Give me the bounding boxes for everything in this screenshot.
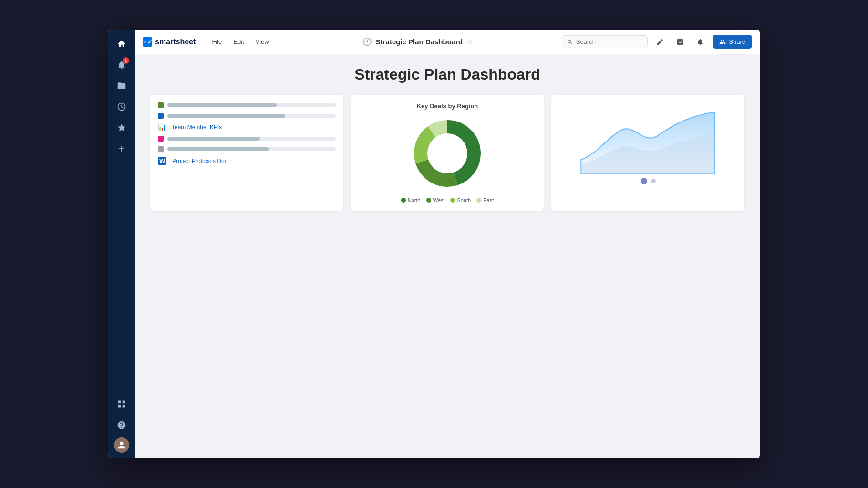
sidebar-help-icon[interactable] (113, 417, 130, 434)
title-icon: 🕐 (362, 37, 372, 46)
panel-bar-container (167, 114, 336, 118)
legend-label-south: South (457, 197, 471, 203)
svg-point-4 (427, 133, 467, 173)
notify-icon[interactable] (692, 34, 708, 50)
panel-link-row-1[interactable]: 📊 Team Member KPIs (158, 123, 336, 131)
dashboard: Strategic Plan Dashboard (135, 54, 760, 458)
color-indicator (158, 146, 164, 152)
kpi-link[interactable]: Team Member KPIs (172, 124, 222, 131)
legend-west: West (426, 197, 445, 203)
topbar: smartsheet File Edit View 🕐 Strategic Pl… (135, 30, 760, 54)
panel-link-row-2[interactable]: W Project Protocols Doc (158, 157, 336, 165)
share-button[interactable]: Share (713, 35, 752, 49)
donut-chart-container (359, 115, 537, 192)
panel-bar (167, 147, 269, 151)
area-chart-container (559, 102, 737, 174)
legend-north: North (401, 197, 421, 203)
search-box[interactable] (562, 35, 648, 48)
panel-row-2 (158, 113, 336, 119)
panel-bar (167, 137, 260, 141)
donut-chart-title: Key Deals by Region (359, 102, 537, 110)
protocols-link[interactable]: Project Protocols Doc (172, 158, 227, 164)
topbar-menu: File Edit View (207, 35, 273, 48)
search-icon (567, 39, 573, 45)
panel-bar-container (167, 147, 336, 151)
donut-legend: North West South East (359, 197, 537, 203)
legend-east: East (476, 197, 494, 203)
present-icon[interactable] (672, 34, 688, 50)
legend-label-east: East (483, 197, 494, 203)
legend-dot-north (401, 198, 406, 203)
area-chart-card (551, 95, 744, 211)
sidebar-star-icon[interactable] (113, 119, 130, 136)
search-input[interactable] (576, 38, 643, 45)
menu-file[interactable]: File (207, 35, 227, 48)
favorite-star[interactable]: ☆ (466, 37, 473, 46)
notification-badge: 1 (123, 57, 129, 64)
legend-label-west: West (433, 197, 445, 203)
right-column (551, 95, 744, 211)
top-grid: 📊 Team Member KPIs (150, 95, 744, 211)
sidebar-bell-icon[interactable]: 1 (113, 56, 130, 73)
sidebar-plus-icon[interactable] (113, 140, 130, 157)
share-label: Share (729, 38, 745, 45)
panel-row-1 (158, 102, 336, 108)
page-title: Strategic Plan Dashboard (150, 66, 744, 83)
legend-dot-west (426, 198, 431, 203)
logo-icon (143, 37, 152, 47)
menu-edit[interactable]: Edit (228, 35, 248, 48)
logo-text: smartsheet (155, 38, 196, 46)
panel-row-4 (158, 146, 336, 152)
topbar-center: 🕐 Strategic Plan Dashboard ☆ (274, 37, 562, 46)
panel-bar-container (167, 103, 336, 107)
sidebar-home-icon[interactable] (113, 35, 130, 52)
sidebar-grid-icon[interactable] (113, 396, 130, 413)
panel-bar (167, 103, 277, 107)
panel-bar (167, 114, 285, 118)
legend-label-north: North (408, 197, 421, 203)
word-icon: W (158, 157, 166, 165)
donut-chart-card: Key Deals by Region (351, 95, 544, 211)
edit-icon[interactable] (652, 34, 668, 50)
main-content: smartsheet File Edit View 🕐 Strategic Pl… (135, 30, 760, 458)
sidebar-folder-icon[interactable] (113, 77, 130, 94)
color-indicator (158, 136, 164, 142)
logo: smartsheet (143, 37, 196, 47)
user-avatar[interactable] (114, 437, 129, 453)
app-window: 1 smart (108, 30, 760, 458)
dashboard-title-topbar: Strategic Plan Dashboard (376, 38, 463, 46)
legend-dot-east (476, 198, 481, 203)
menu-view[interactable]: View (251, 35, 274, 48)
slider-dots (559, 178, 737, 184)
share-icon (719, 39, 726, 45)
slider-dot-2[interactable] (651, 179, 656, 183)
panel-bar-container (167, 137, 336, 141)
panel-row-3 (158, 136, 336, 142)
color-indicator (158, 102, 164, 108)
donut-svg (409, 115, 486, 192)
sidebar-clock-icon[interactable] (113, 98, 130, 115)
legend-dot-south (450, 198, 455, 203)
legend-south: South (450, 197, 471, 203)
slider-dot-1[interactable] (641, 178, 647, 184)
sidebar: 1 (108, 30, 135, 458)
topbar-actions: Share (562, 34, 752, 50)
left-panel-card: 📊 Team Member KPIs (150, 95, 343, 211)
area-svg (559, 102, 737, 174)
kpi-icon: 📊 (158, 123, 166, 131)
color-indicator (158, 113, 164, 119)
